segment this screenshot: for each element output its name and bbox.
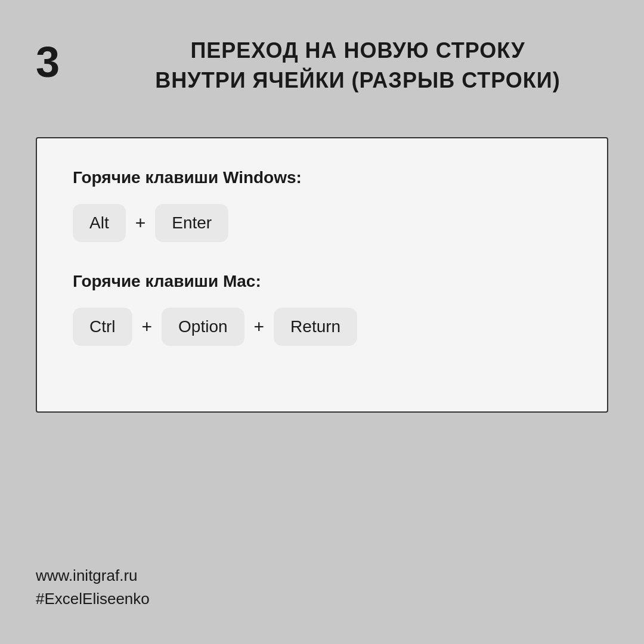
windows-keys-row: Alt + Enter: [73, 204, 571, 242]
plus-2: +: [142, 317, 153, 337]
plus-3: +: [254, 317, 265, 337]
mac-keys-row: Ctrl + Option + Return: [73, 308, 571, 346]
key-ctrl: Ctrl: [73, 308, 132, 346]
title-block: ПЕРЕХОД НА НОВУЮ СТРОКУ ВНУТРИ ЯЧЕЙКИ (Р…: [107, 36, 608, 96]
title-line1: ПЕРЕХОД НА НОВУЮ СТРОКУ: [190, 38, 525, 63]
windows-label: Горячие клавиши Windows:: [73, 168, 571, 187]
footer: www.initgraf.ru #ExcelEliseenko: [36, 566, 150, 608]
key-option: Option: [162, 308, 244, 346]
plus-1: +: [135, 213, 146, 233]
footer-hashtag: #ExcelEliseenko: [36, 590, 150, 608]
key-enter: Enter: [155, 204, 228, 242]
title-text: ПЕРЕХОД НА НОВУЮ СТРОКУ ВНУТРИ ЯЧЕЙКИ (Р…: [107, 36, 608, 96]
page-number: 3: [36, 41, 60, 83]
mac-section: Горячие клавиши Mac: Ctrl + Option + Ret…: [73, 272, 571, 346]
key-return: Return: [274, 308, 357, 346]
mac-label: Горячие клавиши Mac:: [73, 272, 571, 291]
key-alt: Alt: [73, 204, 126, 242]
title-line2: ВНУТРИ ЯЧЕЙКИ (РАЗРЫВ СТРОКИ): [155, 68, 560, 92]
content-card: Горячие клавиши Windows: Alt + Enter Гор…: [36, 137, 608, 413]
footer-url: www.initgraf.ru: [36, 566, 150, 585]
windows-section: Горячие клавиши Windows: Alt + Enter: [73, 168, 571, 242]
